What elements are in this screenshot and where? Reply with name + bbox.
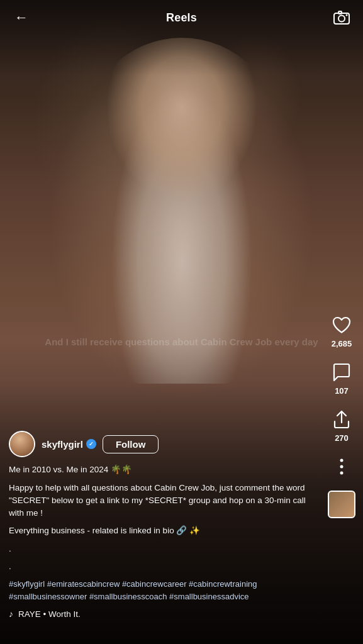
hashtags: #skyflygirl #emiratescabincrew #cabincre… [9,578,316,602]
header: ← Reels [0,0,363,35]
more-action[interactable] [330,455,353,478]
music-row[interactable]: ♪ RAYE • Worth It. [9,609,316,619]
user-row: skyflygirl ✓ Follow [9,431,316,457]
svg-point-3 [345,14,347,16]
svg-point-6 [340,472,343,475]
svg-point-5 [340,465,343,469]
heart-icon [332,316,351,334]
caption-bio: Everything business - related is linked … [9,525,316,537]
caption-body: Happy to help with all questions about C… [9,482,316,520]
music-note-icon: ♪ [9,609,13,619]
caption-spacer1: . [9,543,316,555]
bottom-content: skyflygirl ✓ Follow Me in 2010 vs. Me in… [0,431,325,619]
caption-line1: Me in 2010 vs. Me in 2024 🌴🌴 [9,464,316,476]
username-text[interactable]: skyflygirl [42,439,83,450]
follow-button[interactable]: Follow [103,435,159,453]
svg-point-1 [338,16,345,22]
caption-main: Me in 2010 vs. Me in 2024 🌴🌴 [9,464,316,476]
music-separator: • [43,609,48,619]
svg-point-4 [340,459,343,462]
camera-icon [333,11,350,25]
music-text: RAYE • Worth It. [18,609,81,619]
avatar-image [10,432,34,456]
username-row: skyflygirl ✓ [42,439,96,450]
music-artist: RAYE [18,609,41,619]
verified-badge: ✓ [86,439,96,449]
share-icon [333,410,350,429]
comment-action[interactable]: 107 [330,361,353,396]
share-action[interactable]: 270 [330,408,353,443]
back-arrow-icon: ← [14,9,28,26]
like-action[interactable]: 2,685 [330,314,353,348]
caption-bio-text: Everything business - related is linked … [9,526,200,535]
more-dots-icon [340,458,343,475]
like-icon-container [330,314,353,336]
like-count: 2,685 [332,339,352,348]
share-count: 270 [335,433,349,443]
comment-icon-container [330,361,353,384]
camera-button[interactable] [330,6,353,29]
more-button[interactable] [330,455,353,478]
caption-body-text: Happy to help with all questions about C… [9,483,306,518]
profile-thumbnail[interactable] [328,491,355,518]
music-track: Worth It. [48,609,81,619]
comment-icon [332,363,351,382]
avatar[interactable] [9,431,35,457]
right-actions-panel: 2,685 107 270 [328,314,355,518]
profile-thumbnail-action[interactable] [328,491,355,518]
person-silhouette [81,38,282,384]
comment-count: 107 [335,386,349,396]
verified-check-icon: ✓ [89,441,94,447]
reel-container: And I still receive questions about Cabi… [0,0,363,644]
page-title: Reels [166,11,197,25]
share-icon-container [330,408,353,431]
caption-spacer2: . [9,560,316,573]
back-button[interactable]: ← [10,6,33,29]
